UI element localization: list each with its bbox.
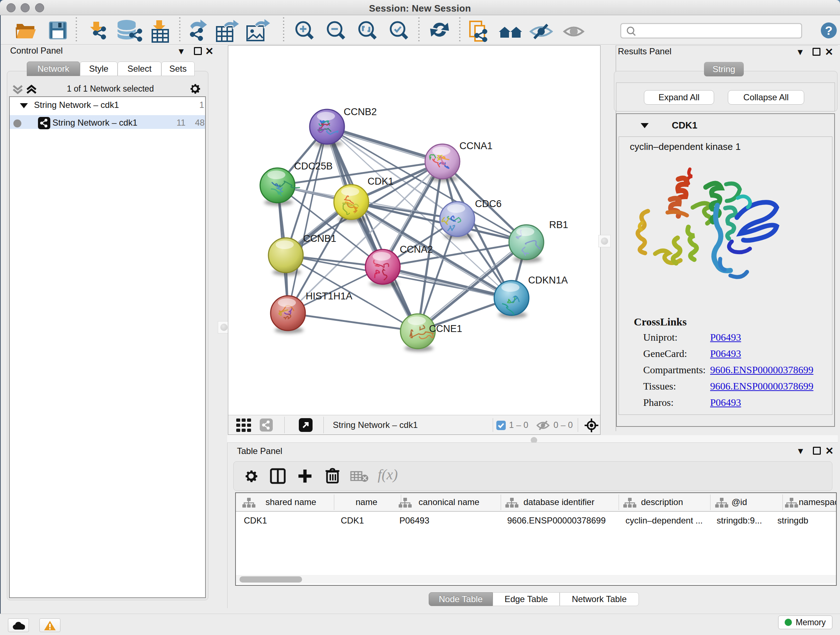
svg-text:CDC25B: CDC25B — [294, 161, 333, 172]
svg-text:?: ? — [825, 24, 833, 37]
svg-text:CCNB2: CCNB2 — [344, 106, 377, 117]
svg-text:CCNB1: CCNB1 — [303, 233, 336, 244]
svg-text:HIST1H1A: HIST1H1A — [306, 291, 352, 302]
svg-text:CCNE1: CCNE1 — [429, 323, 462, 334]
svg-text:CDK1: CDK1 — [368, 176, 393, 187]
svg-text:RB1: RB1 — [549, 219, 568, 230]
svg-text:CDC6: CDC6 — [475, 198, 502, 209]
svg-text:CCNA1: CCNA1 — [459, 141, 493, 151]
svg-text:CCNA2: CCNA2 — [400, 244, 433, 255]
svg-text:CDKN1A: CDKN1A — [528, 275, 568, 286]
